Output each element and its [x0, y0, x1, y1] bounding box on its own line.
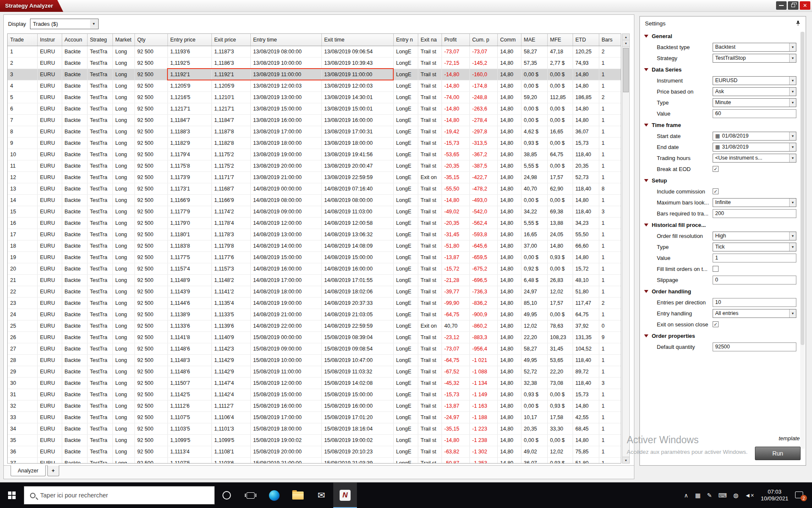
table-row[interactable]: 30EURUBackteTestTraLong92 5001,1150'71,1…: [8, 377, 621, 389]
section-order-handling[interactable]: Order handling: [640, 286, 806, 297]
column-header-strateg[interactable]: Strateg: [87, 34, 112, 46]
tray-keyboard-icon[interactable]: ⌨: [718, 492, 727, 499]
table-row[interactable]: 20EURUBackteTestTraLong92 5001,1157'41,1…: [8, 263, 621, 274]
tray-display-icon[interactable]: ▦: [695, 492, 700, 499]
column-header-comm[interactable]: Comm: [497, 34, 521, 46]
tray-network-icon[interactable]: ◍: [733, 492, 738, 499]
include-commission-checkbox[interactable]: [713, 188, 719, 194]
table-row[interactable]: 17EURUBackteTestTraLong92 5001,1180'11,1…: [8, 229, 621, 240]
ninjatrader-button[interactable]: [333, 483, 357, 508]
section-data-series[interactable]: Data Series: [640, 64, 806, 75]
exit-on-session-close-checkbox[interactable]: [713, 321, 719, 327]
column-header-bars[interactable]: Bars: [599, 34, 621, 46]
table-row[interactable]: 25EURUBackteTestTraLong92 5001,1133'61,1…: [8, 320, 621, 331]
table-row[interactable]: 8EURUBackteTestTraLong92 5001,1188'31,11…: [8, 126, 621, 137]
value-input[interactable]: 1: [713, 254, 796, 262]
template-link[interactable]: template: [779, 435, 800, 442]
section-time-frame[interactable]: Time frame: [640, 120, 806, 130]
column-header-exit-na[interactable]: Exit na: [418, 34, 442, 46]
column-header-etd[interactable]: ETD: [573, 34, 599, 46]
column-header-trade[interactable]: Trade: [8, 34, 37, 46]
entry-handling-select[interactable]: All entries: [713, 309, 796, 318]
table-row[interactable]: 13EURUBackteTestTraLong92 5001,1173'11,1…: [8, 183, 621, 194]
type-select[interactable]: Tick: [713, 243, 796, 251]
tray-pen-icon[interactable]: ✎: [707, 492, 712, 499]
taskbar-clock[interactable]: 07:03 10/09/2021: [761, 489, 788, 502]
table-row[interactable]: 21EURUBackteTestTraLong92 5001,1148'91,1…: [8, 274, 621, 286]
column-header-instrur[interactable]: Instrur: [37, 34, 62, 46]
section-setup[interactable]: Setup: [640, 175, 806, 186]
settings-scrollbar[interactable]: [800, 32, 805, 449]
table-row[interactable]: 31EURUBackteTestTraLong92 5001,1142'51,1…: [8, 389, 621, 400]
tab-analyzer[interactable]: Analyzer: [11, 465, 46, 476]
fill-limit-orders-on-t-checkbox[interactable]: [713, 266, 719, 272]
edge-button[interactable]: [262, 483, 286, 508]
column-header-exit-time[interactable]: Exit time: [321, 34, 393, 46]
table-row[interactable]: 19EURUBackteTestTraLong92 5001,1177'51,1…: [8, 251, 621, 263]
scroll-up-icon[interactable]: [623, 34, 629, 40]
run-button[interactable]: Run: [755, 447, 801, 460]
add-tab-button[interactable]: +: [47, 465, 59, 476]
table-row[interactable]: 6EURUBackteTestTraLong92 5001,1217'11,12…: [8, 103, 621, 114]
bars-required-to-tra-input[interactable]: 200: [713, 209, 796, 218]
task-view-button[interactable]: [239, 483, 262, 508]
trading-hours-select[interactable]: <Use instrument s...: [713, 154, 796, 163]
column-header-mfe[interactable]: MFE: [547, 34, 573, 46]
table-row[interactable]: 10EURUBackteTestTraLong92 5001,1179'41,1…: [8, 149, 621, 160]
column-header-profit[interactable]: Profit: [442, 34, 469, 46]
table-row[interactable]: 34EURUBackteTestTraLong92 5001,1103'51,1…: [8, 423, 621, 434]
table-row[interactable]: 9EURUBackteTestTraLong92 5001,1182'91,11…: [8, 137, 621, 149]
backtest-type-select[interactable]: Backtest: [713, 43, 796, 52]
column-header-mae[interactable]: MAE: [521, 34, 547, 46]
instrument-select[interactable]: EURUSD: [713, 76, 796, 85]
table-scrollbar[interactable]: [622, 33, 630, 464]
column-header-entry-time[interactable]: Entry time: [250, 34, 321, 46]
table-row[interactable]: 18EURUBackteTestTraLong92 5001,1183'81,1…: [8, 240, 621, 251]
mail-button[interactable]: [310, 483, 333, 508]
maximum-bars-look-select[interactable]: Infinite: [713, 198, 796, 207]
order-fill-resolution-select[interactable]: High: [713, 232, 796, 240]
table-row[interactable]: 29EURUBackteTestTraLong92 5001,1148'61,1…: [8, 366, 621, 377]
scroll-bottom-icon[interactable]: [623, 457, 629, 463]
table-row[interactable]: 16EURUBackteTestTraLong92 5001,1179'01,1…: [8, 217, 621, 229]
section-order-properties[interactable]: Order properties: [640, 331, 806, 341]
column-header-accoun[interactable]: Accoun: [62, 34, 87, 46]
column-header-exit-price[interactable]: Exit price: [211, 34, 250, 46]
column-header-cum-p[interactable]: Cum. p: [469, 34, 497, 46]
table-row[interactable]: 15EURUBackteTestTraLong92 5001,1177'91,1…: [8, 206, 621, 217]
column-header-entry-price[interactable]: Entry price: [167, 34, 211, 46]
column-header-entry-n[interactable]: Entry n: [393, 34, 418, 46]
value-input[interactable]: 60: [713, 109, 796, 118]
table-row[interactable]: 3EURUBackteTestTraLong92 5001,1192'11,11…: [8, 69, 621, 80]
table-row[interactable]: 7EURUBackteTestTraLong92 5001,1184'71,11…: [8, 114, 621, 126]
start-date-select[interactable]: 01/08/2019: [713, 132, 796, 141]
notification-center-button[interactable]: 2: [795, 491, 805, 500]
default-quantity-input[interactable]: 92500: [713, 342, 796, 351]
table-row[interactable]: 32EURUBackteTestTraLong92 5001,1112'61,1…: [8, 400, 621, 411]
table-row[interactable]: 11EURUBackteTestTraLong92 5001,1175'81,1…: [8, 160, 621, 171]
close-button[interactable]: [800, 1, 810, 10]
titlebar[interactable]: Strategy Analyzer: [0, 0, 812, 12]
tray-volume-muted-icon[interactable]: ◄×: [745, 492, 754, 499]
section-historical-fill-proce[interactable]: Historical fill proce...: [640, 220, 806, 230]
table-row[interactable]: 5EURUBackteTestTraLong92 5001,1216'51,12…: [8, 91, 621, 103]
entries-per-direction-input[interactable]: 10: [713, 298, 796, 307]
section-general[interactable]: General: [640, 31, 806, 41]
table-row[interactable]: 22EURUBackteTestTraLong92 5001,1143'91,1…: [8, 286, 621, 297]
scrollbar-thumb[interactable]: [623, 48, 629, 92]
display-select[interactable]: Trades ($): [30, 19, 99, 29]
table-row[interactable]: 2EURUBackteTestTraLong92 5001,1192'51,11…: [8, 57, 621, 69]
column-header-qty[interactable]: Qty: [134, 34, 167, 46]
table-row[interactable]: 23EURUBackteTestTraLong92 5001,1144'61,1…: [8, 297, 621, 309]
table-row[interactable]: 1EURUBackteTestTraLong92 5001,1193'61,11…: [8, 46, 621, 57]
table-row[interactable]: 24EURUBackteTestTraLong92 5001,1138'91,1…: [8, 309, 621, 320]
table-row[interactable]: 14EURUBackteTestTraLong92 5001,1166'91,1…: [8, 194, 621, 206]
end-date-select[interactable]: 31/08/2019: [713, 143, 796, 152]
cortana-button[interactable]: [215, 483, 239, 508]
table-row[interactable]: 36EURUBackteTestTraLong92 5001,1113'41,1…: [8, 446, 621, 457]
strategy-select[interactable]: TestTrailStop: [713, 54, 796, 63]
table-row[interactable]: 12EURUBackteTestTraLong92 5001,1173'91,1…: [8, 171, 621, 183]
table-row[interactable]: 28EURUBackteTestTraLong92 5001,1148'31,1…: [8, 354, 621, 366]
table-row[interactable]: 37EURUBackteTestTraLong92 5001,1107'51,1…: [8, 457, 621, 464]
break-at-eod-checkbox[interactable]: [713, 166, 719, 172]
